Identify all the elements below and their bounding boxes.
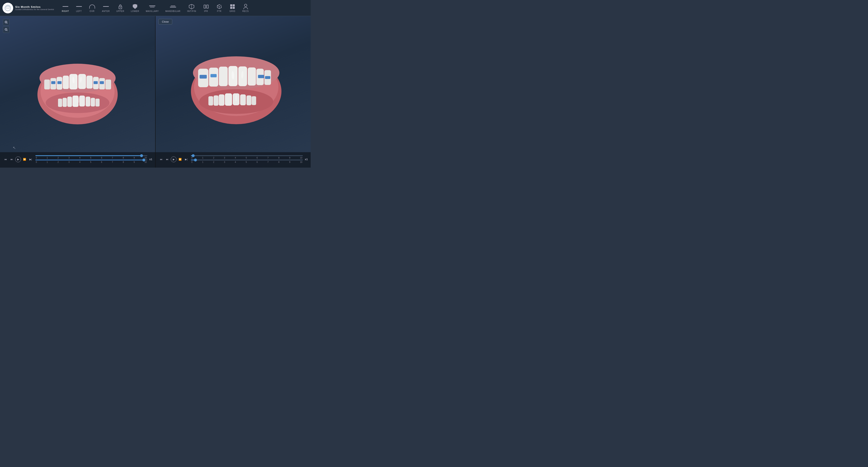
nav-initfin-label: INIT/FIN [187,10,196,12]
lower-icon [133,4,137,9]
ftr-icon [216,4,222,9]
svg-point-48 [78,98,80,103]
nav-anter[interactable]: ANTER [99,2,113,13]
ipr-icon [203,4,209,9]
svg-rect-57 [248,67,256,86]
skip-to-end-button[interactable]: ▶| [28,157,33,162]
nav-ovr-label: OVR [90,10,95,12]
nav-initfin[interactable]: INIT/FIN [184,2,199,13]
nav-grid[interactable]: GRID [226,2,239,13]
app-subtitle: Guided Orthodontics for the General Dent… [15,8,54,10]
nav-anter-label: ANTER [102,10,110,12]
right-dental-model [185,46,288,128]
left-dental-model [34,53,121,127]
left-playback-row: ↖ ⏮ ⏭ ▶ ⏩ ▶| [3,155,152,163]
nav-ftr-label: FTR [217,10,222,12]
svg-rect-65 [225,93,232,106]
nav-ftr[interactable]: FTR [213,2,225,13]
right-skip-to-end-button[interactable]: ▶| [184,157,189,162]
play-button[interactable]: ▶ [15,157,21,162]
app-title: Six Month Smiles [15,5,54,8]
left-top-slider[interactable] [35,155,147,156]
right-bottom-controls: ⏮ ⏭ ▶ ⏩ ▶| 012345678910 [156,152,311,168]
nav-maxillary[interactable]: MAXILLARY [143,2,162,13]
right-playback-buttons: ⏮ ⏭ ▶ ⏩ ▶| [158,157,189,162]
svg-rect-39 [79,95,85,106]
nav-upper[interactable]: UPPER [114,2,127,13]
nav-mandibular[interactable]: MANDIBULAR [162,2,184,13]
nav-left-label: LEFT [76,10,82,12]
svg-rect-62 [258,75,264,78]
step-forward-button[interactable]: ⏩ [22,157,27,162]
nav-ovr[interactable]: OVR [86,2,98,13]
left-panel: ↖ ⏮ ⏭ ▶ ⏩ ▶| [0,16,155,168]
svg-rect-26 [86,75,93,89]
zoom-out-button[interactable] [3,26,9,33]
step-back-button[interactable]: ⏭ [9,157,14,162]
skip-to-start-button[interactable]: ⏮ [3,157,8,162]
svg-rect-44 [58,99,62,107]
right-slider-container: 012345678910 012345678910 [191,155,303,163]
nav-lower[interactable]: LOWER [128,2,142,13]
svg-line-19 [7,30,7,31]
svg-rect-43 [91,98,95,106]
svg-rect-63 [265,76,270,79]
svg-rect-25 [63,75,69,89]
zoom-controls [3,19,9,33]
svg-rect-35 [94,81,98,84]
left-slider-container: 012345678910 012345678910 [35,155,147,163]
right-step-forward-button[interactable]: ⏩ [177,157,183,162]
right-skip-to-start-button[interactable]: ⏮ [158,157,164,162]
svg-rect-7 [207,5,209,8]
left-bottom-controls: ↖ ⏮ ⏭ ▶ ⏩ ▶| [0,152,155,168]
ovr-icon [89,4,95,9]
nav-right[interactable]: RIGHT [59,2,72,13]
left-playback-buttons: ⏮ ⏭ ▶ ⏩ ▶| [3,157,33,162]
mandibular-icon [170,4,176,9]
nav-ipr[interactable]: IPR [200,2,212,13]
grid-icon [230,4,235,9]
right-top-slider[interactable] [191,155,303,156]
right-play-button[interactable]: ▶ [171,157,177,162]
svg-rect-42 [63,98,67,107]
svg-rect-67 [219,94,224,106]
svg-rect-30 [44,79,50,89]
svg-point-75 [235,95,237,101]
svg-rect-71 [209,96,213,105]
nav-upper-label: UPPER [117,10,124,12]
left-bottom-slider[interactable] [35,160,147,160]
right-bottom-slider[interactable] [191,160,303,160]
left-speed-label: x1 [149,158,152,161]
nav-lower-label: LOWER [131,10,139,12]
right-tick-labels: 012345678910 [191,157,303,159]
svg-rect-69 [214,95,218,106]
svg-rect-41 [86,96,90,106]
nav-grid-label: GRID [229,10,235,12]
svg-rect-2 [6,8,10,8]
nav-left[interactable]: LEFT [73,2,85,13]
svg-rect-54 [219,67,228,86]
nav-maxillary-label: MAXILLARY [146,10,159,12]
svg-rect-34 [51,81,55,84]
svg-rect-61 [211,74,217,77]
svg-line-16 [7,23,7,24]
close-button[interactable]: Close [158,19,172,25]
initfin-icon [189,4,194,9]
main-content: ↖ ⏮ ⏭ ▶ ⏩ ▶| [0,16,311,168]
svg-point-4 [120,7,121,8]
nav-mandibular-label: MANDIBULAR [165,10,181,12]
left-icon [76,4,82,9]
logo-area: Six Month Smiles Guided Orthodontics for… [2,3,54,13]
svg-rect-33 [57,81,62,84]
nav-recs[interactable]: RECS [240,2,252,13]
nav-ipr-label: IPR [204,10,208,12]
left-tick-labels: 012345678910 [35,157,147,159]
svg-rect-70 [246,95,251,105]
nav-items: RIGHT LEFT OVR ANTER [59,2,308,13]
svg-rect-32 [105,79,111,89]
svg-rect-72 [252,96,256,105]
top-navigation: Six Month Smiles Guided Orthodontics for… [0,0,311,16]
anter-icon [103,4,109,9]
right-step-back-button[interactable]: ⏭ [164,157,170,162]
zoom-in-button[interactable] [3,19,9,26]
